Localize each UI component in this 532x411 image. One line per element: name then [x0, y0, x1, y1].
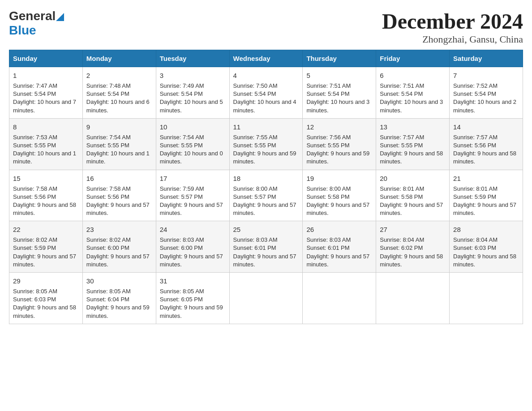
sunrise-text: Sunrise: 8:04 AM [453, 236, 498, 243]
day-number: 6 [380, 71, 446, 80]
table-row: 9Sunrise: 7:54 AMSunset: 5:55 PMDaylight… [82, 118, 156, 170]
sunset-text: Sunset: 5:54 PM [86, 90, 129, 97]
sunset-text: Sunset: 5:55 PM [233, 142, 276, 149]
day-number: 8 [13, 122, 79, 132]
daylight-text: Daylight: 9 hours and 57 minutes. [233, 253, 296, 268]
sunrise-text: Sunrise: 7:57 AM [453, 134, 498, 141]
day-number: 30 [86, 276, 152, 286]
table-row: 19Sunrise: 8:00 AMSunset: 5:58 PMDayligh… [303, 170, 376, 221]
daylight-text: Daylight: 9 hours and 59 minutes. [160, 304, 223, 319]
sunset-text: Sunset: 5:54 PM [306, 90, 349, 97]
sunrise-text: Sunrise: 8:00 AM [306, 185, 351, 192]
logo: General Blue [9, 9, 64, 38]
sunset-text: Sunset: 6:00 PM [160, 244, 203, 251]
sunrise-text: Sunrise: 7:49 AM [160, 82, 204, 89]
day-number: 27 [380, 225, 446, 234]
day-number: 12 [306, 122, 372, 132]
sunrise-text: Sunrise: 8:05 AM [160, 288, 204, 295]
table-row: 28Sunrise: 8:04 AMSunset: 6:03 PMDayligh… [450, 221, 523, 273]
day-number: 31 [160, 276, 226, 286]
sunrise-text: Sunrise: 8:05 AM [13, 288, 57, 295]
table-row: 12Sunrise: 7:56 AMSunset: 5:55 PMDayligh… [303, 118, 376, 170]
table-row [303, 273, 376, 324]
sunrise-text: Sunrise: 7:57 AM [380, 134, 424, 141]
daylight-text: Daylight: 10 hours and 4 minutes. [233, 98, 296, 113]
sunrise-text: Sunrise: 8:03 AM [160, 236, 204, 243]
table-row: 29Sunrise: 8:05 AMSunset: 6:03 PMDayligh… [9, 273, 83, 324]
day-number: 25 [233, 225, 299, 234]
daylight-text: Daylight: 9 hours and 57 minutes. [380, 201, 443, 216]
day-number: 5 [306, 71, 372, 80]
sunset-text: Sunset: 5:55 PM [380, 142, 423, 149]
sunrise-text: Sunrise: 7:51 AM [306, 82, 351, 89]
logo-general: General [9, 9, 56, 23]
sunset-text: Sunset: 5:55 PM [86, 142, 129, 149]
daylight-text: Daylight: 10 hours and 5 minutes. [160, 98, 223, 113]
daylight-text: Daylight: 9 hours and 57 minutes. [13, 253, 76, 268]
daylight-text: Daylight: 9 hours and 57 minutes. [306, 253, 369, 268]
col-monday: Monday [82, 50, 156, 67]
day-number: 21 [453, 174, 519, 183]
sunrise-text: Sunrise: 7:59 AM [160, 185, 204, 192]
table-row: 23Sunrise: 8:02 AMSunset: 6:00 PMDayligh… [82, 221, 156, 273]
sunrise-text: Sunrise: 8:03 AM [306, 236, 351, 243]
sunrise-text: Sunrise: 8:02 AM [86, 236, 131, 243]
sunset-text: Sunset: 5:58 PM [380, 193, 423, 200]
sunset-text: Sunset: 5:55 PM [160, 142, 203, 149]
day-number: 3 [160, 71, 226, 80]
day-number: 14 [453, 122, 519, 132]
sunset-text: Sunset: 6:02 PM [380, 244, 423, 251]
table-row [450, 273, 523, 324]
table-row: 21Sunrise: 8:01 AMSunset: 5:59 PMDayligh… [450, 170, 523, 221]
sunrise-text: Sunrise: 8:02 AM [13, 236, 57, 243]
table-row: 5Sunrise: 7:51 AMSunset: 5:54 PMDaylight… [303, 67, 376, 119]
table-row: 27Sunrise: 8:04 AMSunset: 6:02 PMDayligh… [376, 221, 450, 273]
table-row: 7Sunrise: 7:52 AMSunset: 5:54 PMDaylight… [450, 67, 523, 119]
table-row: 13Sunrise: 7:57 AMSunset: 5:55 PMDayligh… [376, 118, 450, 170]
day-number: 1 [13, 71, 79, 80]
day-number: 22 [13, 225, 79, 234]
table-row: 24Sunrise: 8:03 AMSunset: 6:00 PMDayligh… [156, 221, 229, 273]
table-row: 26Sunrise: 8:03 AMSunset: 6:01 PMDayligh… [303, 221, 376, 273]
daylight-text: Daylight: 9 hours and 59 minutes. [233, 150, 296, 165]
calendar-title: December 2024 [382, 9, 523, 34]
sunset-text: Sunset: 6:01 PM [233, 244, 276, 251]
sunset-text: Sunset: 5:55 PM [306, 142, 349, 149]
day-number: 28 [453, 225, 519, 234]
sunset-text: Sunset: 6:00 PM [86, 244, 129, 251]
table-row: 11Sunrise: 7:55 AMSunset: 5:55 PMDayligh… [229, 118, 303, 170]
page-header: General Blue December 2024 Zhongzhai, Ga… [9, 9, 523, 45]
col-thursday: Thursday [303, 50, 376, 67]
sunset-text: Sunset: 6:01 PM [306, 244, 349, 251]
daylight-text: Daylight: 9 hours and 58 minutes. [13, 201, 76, 216]
col-tuesday: Tuesday [156, 50, 229, 67]
calendar-week-row: 29Sunrise: 8:05 AMSunset: 6:03 PMDayligh… [9, 273, 523, 324]
day-number: 18 [233, 174, 299, 183]
daylight-text: Daylight: 9 hours and 59 minutes. [86, 304, 150, 319]
daylight-text: Daylight: 9 hours and 57 minutes. [160, 201, 223, 216]
daylight-text: Daylight: 9 hours and 58 minutes. [453, 253, 516, 268]
table-row: 14Sunrise: 7:57 AMSunset: 5:56 PMDayligh… [450, 118, 523, 170]
table-row: 30Sunrise: 8:05 AMSunset: 6:04 PMDayligh… [82, 273, 156, 324]
sunset-text: Sunset: 5:54 PM [233, 90, 276, 97]
day-number: 7 [453, 71, 519, 80]
sunset-text: Sunset: 5:54 PM [453, 90, 496, 97]
daylight-text: Daylight: 10 hours and 2 minutes. [453, 98, 516, 113]
daylight-text: Daylight: 9 hours and 59 minutes. [306, 150, 369, 165]
daylight-text: Daylight: 10 hours and 0 minutes. [160, 150, 223, 165]
sunrise-text: Sunrise: 8:00 AM [233, 185, 278, 192]
table-row [376, 273, 450, 324]
sunset-text: Sunset: 5:54 PM [380, 90, 423, 97]
day-number: 24 [160, 225, 226, 234]
table-row: 10Sunrise: 7:54 AMSunset: 5:55 PMDayligh… [156, 118, 229, 170]
table-row: 15Sunrise: 7:58 AMSunset: 5:56 PMDayligh… [9, 170, 83, 221]
sunset-text: Sunset: 5:55 PM [13, 142, 56, 149]
sunset-text: Sunset: 6:03 PM [13, 296, 56, 303]
sunset-text: Sunset: 5:58 PM [306, 193, 349, 200]
daylight-text: Daylight: 9 hours and 58 minutes. [453, 150, 516, 165]
table-row: 4Sunrise: 7:50 AMSunset: 5:54 PMDaylight… [229, 67, 303, 119]
table-row: 25Sunrise: 8:03 AMSunset: 6:01 PMDayligh… [229, 221, 303, 273]
daylight-text: Daylight: 10 hours and 3 minutes. [306, 98, 369, 113]
table-row [229, 273, 303, 324]
day-number: 15 [13, 174, 79, 183]
